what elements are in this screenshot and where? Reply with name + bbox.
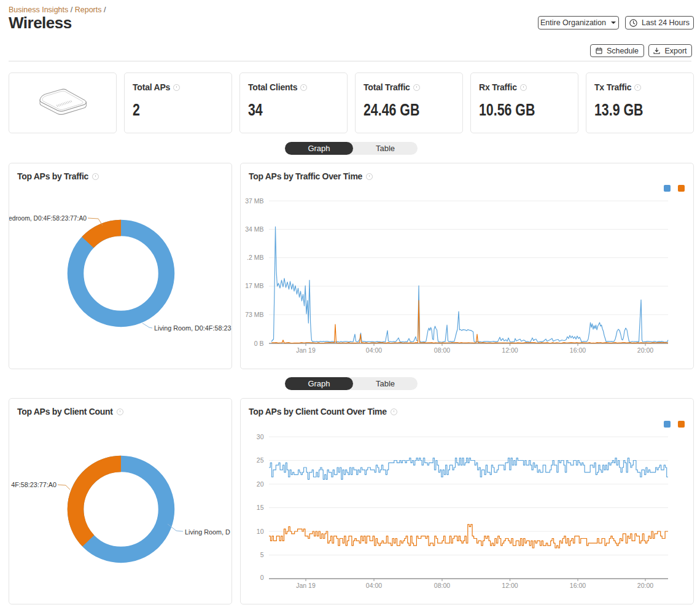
svg-text:04:00: 04:00 — [366, 346, 382, 354]
svg-text:37 MB: 37 MB — [245, 197, 263, 205]
svg-text:10: 10 — [257, 528, 264, 535]
svg-text:08:00: 08:00 — [434, 346, 450, 354]
svg-text:.2 MB: .2 MB — [247, 254, 263, 261]
svg-text:16:00: 16:00 — [570, 346, 586, 354]
svg-text:34 MB: 34 MB — [245, 225, 263, 233]
svg-text:20:00: 20:00 — [637, 346, 653, 354]
svg-text:17 MB: 17 MB — [245, 282, 263, 289]
svg-text:20: 20 — [257, 480, 264, 488]
svg-text:Jan 19: Jan 19 — [296, 346, 316, 354]
svg-text:0 B: 0 B — [254, 340, 264, 347]
svg-text:30: 30 — [257, 433, 264, 440]
svg-text:edroom, D0:4F:58:23:77:A0: edroom, D0:4F:58:23:77:A0 — [9, 215, 87, 222]
svg-text:12:00: 12:00 — [502, 346, 518, 354]
svg-text:04:00: 04:00 — [366, 582, 382, 589]
svg-text:16:00: 16:00 — [570, 582, 586, 589]
svg-text:Living Room, D: Living Room, D — [185, 528, 230, 536]
svg-text:20:00: 20:00 — [637, 582, 653, 589]
svg-text:08:00: 08:00 — [434, 582, 450, 589]
svg-text:12:00: 12:00 — [502, 582, 518, 589]
svg-text:5: 5 — [260, 551, 264, 558]
svg-text:25: 25 — [257, 456, 264, 464]
svg-text:Jan 19: Jan 19 — [296, 582, 316, 589]
svg-text:0: 0 — [260, 574, 264, 581]
svg-text:73 MB: 73 MB — [245, 311, 263, 318]
svg-text:15: 15 — [257, 504, 264, 511]
svg-text:Living Room, D0:4F:58:23:8: Living Room, D0:4F:58:23:8 — [154, 324, 232, 332]
svg-text:4F:58:23:77:A0: 4F:58:23:77:A0 — [11, 481, 56, 488]
